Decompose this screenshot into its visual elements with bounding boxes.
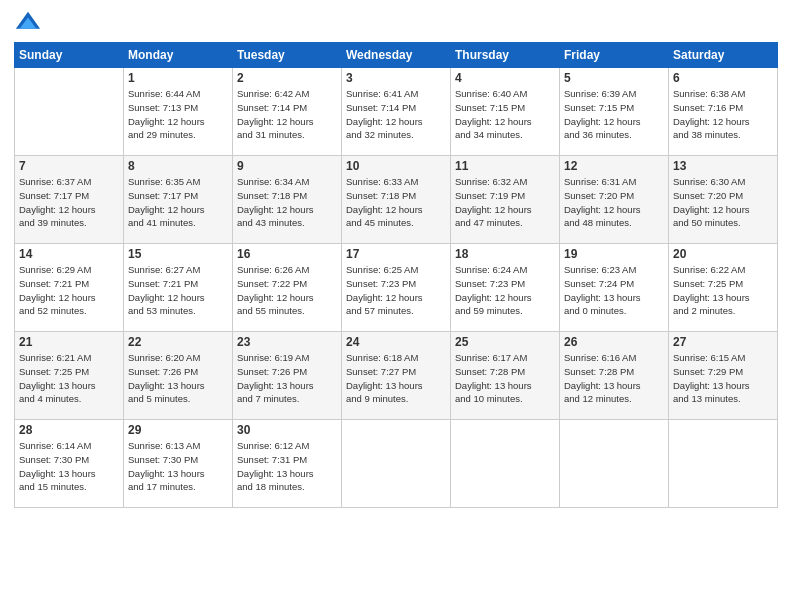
calendar-cell: 8Sunrise: 6:35 AM Sunset: 7:17 PM Daylig… — [124, 156, 233, 244]
day-info: Sunrise: 6:25 AM Sunset: 7:23 PM Dayligh… — [346, 263, 446, 318]
day-info: Sunrise: 6:19 AM Sunset: 7:26 PM Dayligh… — [237, 351, 337, 406]
day-info: Sunrise: 6:42 AM Sunset: 7:14 PM Dayligh… — [237, 87, 337, 142]
day-number: 29 — [128, 423, 228, 437]
day-number: 11 — [455, 159, 555, 173]
day-number: 14 — [19, 247, 119, 261]
day-number: 17 — [346, 247, 446, 261]
day-number: 13 — [673, 159, 773, 173]
day-info: Sunrise: 6:35 AM Sunset: 7:17 PM Dayligh… — [128, 175, 228, 230]
calendar-header: SundayMondayTuesdayWednesdayThursdayFrid… — [15, 43, 778, 68]
weekday-header-sunday: Sunday — [15, 43, 124, 68]
day-info: Sunrise: 6:22 AM Sunset: 7:25 PM Dayligh… — [673, 263, 773, 318]
day-info: Sunrise: 6:33 AM Sunset: 7:18 PM Dayligh… — [346, 175, 446, 230]
day-number: 19 — [564, 247, 664, 261]
calendar-cell: 21Sunrise: 6:21 AM Sunset: 7:25 PM Dayli… — [15, 332, 124, 420]
weekday-header-tuesday: Tuesday — [233, 43, 342, 68]
day-number: 4 — [455, 71, 555, 85]
calendar-cell: 24Sunrise: 6:18 AM Sunset: 7:27 PM Dayli… — [342, 332, 451, 420]
day-info: Sunrise: 6:30 AM Sunset: 7:20 PM Dayligh… — [673, 175, 773, 230]
day-info: Sunrise: 6:18 AM Sunset: 7:27 PM Dayligh… — [346, 351, 446, 406]
day-info: Sunrise: 6:40 AM Sunset: 7:15 PM Dayligh… — [455, 87, 555, 142]
calendar-cell: 12Sunrise: 6:31 AM Sunset: 7:20 PM Dayli… — [560, 156, 669, 244]
calendar-week-1: 1Sunrise: 6:44 AM Sunset: 7:13 PM Daylig… — [15, 68, 778, 156]
calendar-cell: 26Sunrise: 6:16 AM Sunset: 7:28 PM Dayli… — [560, 332, 669, 420]
day-number: 28 — [19, 423, 119, 437]
calendar-cell — [451, 420, 560, 508]
calendar-cell — [342, 420, 451, 508]
calendar-cell: 6Sunrise: 6:38 AM Sunset: 7:16 PM Daylig… — [669, 68, 778, 156]
day-number: 20 — [673, 247, 773, 261]
calendar-cell: 16Sunrise: 6:26 AM Sunset: 7:22 PM Dayli… — [233, 244, 342, 332]
day-info: Sunrise: 6:39 AM Sunset: 7:15 PM Dayligh… — [564, 87, 664, 142]
day-number: 9 — [237, 159, 337, 173]
weekday-header-saturday: Saturday — [669, 43, 778, 68]
day-number: 7 — [19, 159, 119, 173]
calendar-body: 1Sunrise: 6:44 AM Sunset: 7:13 PM Daylig… — [15, 68, 778, 508]
page: SundayMondayTuesdayWednesdayThursdayFrid… — [0, 0, 792, 612]
day-number: 18 — [455, 247, 555, 261]
weekday-header-thursday: Thursday — [451, 43, 560, 68]
day-info: Sunrise: 6:21 AM Sunset: 7:25 PM Dayligh… — [19, 351, 119, 406]
day-info: Sunrise: 6:32 AM Sunset: 7:19 PM Dayligh… — [455, 175, 555, 230]
calendar-cell: 20Sunrise: 6:22 AM Sunset: 7:25 PM Dayli… — [669, 244, 778, 332]
calendar-week-2: 7Sunrise: 6:37 AM Sunset: 7:17 PM Daylig… — [15, 156, 778, 244]
day-info: Sunrise: 6:16 AM Sunset: 7:28 PM Dayligh… — [564, 351, 664, 406]
day-number: 16 — [237, 247, 337, 261]
header — [14, 10, 778, 38]
day-number: 24 — [346, 335, 446, 349]
calendar-cell: 11Sunrise: 6:32 AM Sunset: 7:19 PM Dayli… — [451, 156, 560, 244]
calendar-cell: 4Sunrise: 6:40 AM Sunset: 7:15 PM Daylig… — [451, 68, 560, 156]
day-info: Sunrise: 6:29 AM Sunset: 7:21 PM Dayligh… — [19, 263, 119, 318]
calendar-cell — [15, 68, 124, 156]
calendar-cell: 28Sunrise: 6:14 AM Sunset: 7:30 PM Dayli… — [15, 420, 124, 508]
calendar-cell: 13Sunrise: 6:30 AM Sunset: 7:20 PM Dayli… — [669, 156, 778, 244]
calendar-cell: 22Sunrise: 6:20 AM Sunset: 7:26 PM Dayli… — [124, 332, 233, 420]
calendar-week-4: 21Sunrise: 6:21 AM Sunset: 7:25 PM Dayli… — [15, 332, 778, 420]
calendar-cell: 10Sunrise: 6:33 AM Sunset: 7:18 PM Dayli… — [342, 156, 451, 244]
day-number: 8 — [128, 159, 228, 173]
calendar-cell — [669, 420, 778, 508]
calendar-table: SundayMondayTuesdayWednesdayThursdayFrid… — [14, 42, 778, 508]
day-info: Sunrise: 6:24 AM Sunset: 7:23 PM Dayligh… — [455, 263, 555, 318]
weekday-header-wednesday: Wednesday — [342, 43, 451, 68]
calendar-cell: 25Sunrise: 6:17 AM Sunset: 7:28 PM Dayli… — [451, 332, 560, 420]
day-info: Sunrise: 6:31 AM Sunset: 7:20 PM Dayligh… — [564, 175, 664, 230]
day-number: 21 — [19, 335, 119, 349]
day-number: 3 — [346, 71, 446, 85]
calendar-cell: 1Sunrise: 6:44 AM Sunset: 7:13 PM Daylig… — [124, 68, 233, 156]
day-number: 5 — [564, 71, 664, 85]
weekday-header-monday: Monday — [124, 43, 233, 68]
calendar-cell: 18Sunrise: 6:24 AM Sunset: 7:23 PM Dayli… — [451, 244, 560, 332]
day-number: 27 — [673, 335, 773, 349]
logo-icon — [14, 10, 42, 38]
day-number: 26 — [564, 335, 664, 349]
day-number: 12 — [564, 159, 664, 173]
calendar-cell: 3Sunrise: 6:41 AM Sunset: 7:14 PM Daylig… — [342, 68, 451, 156]
calendar-cell: 17Sunrise: 6:25 AM Sunset: 7:23 PM Dayli… — [342, 244, 451, 332]
calendar-cell: 15Sunrise: 6:27 AM Sunset: 7:21 PM Dayli… — [124, 244, 233, 332]
calendar-cell: 7Sunrise: 6:37 AM Sunset: 7:17 PM Daylig… — [15, 156, 124, 244]
calendar-cell: 27Sunrise: 6:15 AM Sunset: 7:29 PM Dayli… — [669, 332, 778, 420]
calendar-cell: 14Sunrise: 6:29 AM Sunset: 7:21 PM Dayli… — [15, 244, 124, 332]
day-info: Sunrise: 6:34 AM Sunset: 7:18 PM Dayligh… — [237, 175, 337, 230]
calendar-cell: 2Sunrise: 6:42 AM Sunset: 7:14 PM Daylig… — [233, 68, 342, 156]
day-info: Sunrise: 6:15 AM Sunset: 7:29 PM Dayligh… — [673, 351, 773, 406]
day-info: Sunrise: 6:20 AM Sunset: 7:26 PM Dayligh… — [128, 351, 228, 406]
day-info: Sunrise: 6:17 AM Sunset: 7:28 PM Dayligh… — [455, 351, 555, 406]
calendar-cell: 30Sunrise: 6:12 AM Sunset: 7:31 PM Dayli… — [233, 420, 342, 508]
day-info: Sunrise: 6:13 AM Sunset: 7:30 PM Dayligh… — [128, 439, 228, 494]
day-info: Sunrise: 6:44 AM Sunset: 7:13 PM Dayligh… — [128, 87, 228, 142]
day-number: 15 — [128, 247, 228, 261]
day-info: Sunrise: 6:26 AM Sunset: 7:22 PM Dayligh… — [237, 263, 337, 318]
day-info: Sunrise: 6:23 AM Sunset: 7:24 PM Dayligh… — [564, 263, 664, 318]
day-number: 2 — [237, 71, 337, 85]
day-info: Sunrise: 6:41 AM Sunset: 7:14 PM Dayligh… — [346, 87, 446, 142]
calendar-cell: 29Sunrise: 6:13 AM Sunset: 7:30 PM Dayli… — [124, 420, 233, 508]
day-number: 10 — [346, 159, 446, 173]
day-info: Sunrise: 6:14 AM Sunset: 7:30 PM Dayligh… — [19, 439, 119, 494]
day-info: Sunrise: 6:27 AM Sunset: 7:21 PM Dayligh… — [128, 263, 228, 318]
day-number: 23 — [237, 335, 337, 349]
calendar-cell: 5Sunrise: 6:39 AM Sunset: 7:15 PM Daylig… — [560, 68, 669, 156]
calendar-cell: 19Sunrise: 6:23 AM Sunset: 7:24 PM Dayli… — [560, 244, 669, 332]
day-number: 1 — [128, 71, 228, 85]
